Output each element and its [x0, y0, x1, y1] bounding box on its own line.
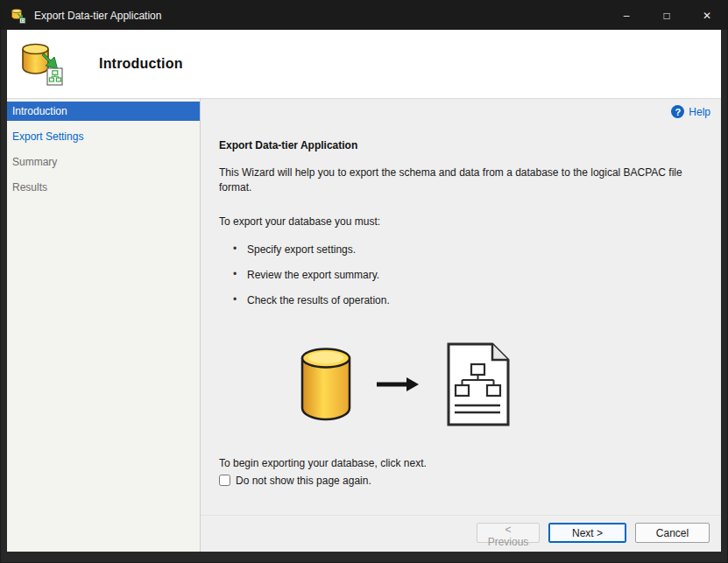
- page-title: Introduction: [99, 56, 183, 72]
- titlebar[interactable]: Export Data-tier Application – □ ✕: [1, 1, 727, 30]
- requirements-intro: To export your database you must:: [219, 215, 721, 228]
- wizard-header: Introduction: [7, 30, 721, 99]
- list-item-text: Specify export settings.: [247, 243, 356, 256]
- dont-show-again-row[interactable]: Do not show this page again.: [219, 475, 721, 487]
- requirements-list: Specify export settings. Review the expo…: [219, 243, 721, 306]
- maximize-button[interactable]: □: [647, 1, 687, 30]
- bacpac-file-icon: [443, 341, 512, 427]
- window-controls: – □ ✕: [606, 1, 727, 30]
- wizard-main: Introduction Export Settings Summary Res…: [7, 99, 721, 552]
- window-title: Export Data-tier Application: [34, 10, 161, 22]
- help-icon: ?: [671, 105, 684, 118]
- sidebar-item-summary: Summary: [7, 152, 200, 172]
- cancel-button[interactable]: Cancel: [635, 523, 710, 543]
- wizard-panel: Introduction Introduction Export Setting…: [7, 30, 721, 552]
- next-button[interactable]: Next >: [548, 523, 626, 543]
- begin-text: To begin exporting your database, click …: [219, 457, 721, 469]
- help-row: ? Help: [201, 99, 721, 120]
- help-label: Help: [689, 106, 710, 118]
- list-item-text: Review the export summary.: [247, 269, 379, 281]
- dont-show-again-label: Do not show this page again.: [236, 475, 371, 487]
- sidebar-item-export-settings[interactable]: Export Settings: [7, 127, 200, 146]
- button-bar: < Previous Next > Cancel: [201, 515, 721, 552]
- list-item: Check the results of operation.: [219, 294, 721, 306]
- export-dac-icon: [20, 41, 66, 87]
- minimize-button[interactable]: –: [606, 1, 647, 30]
- content-body: Export Data-tier Application This Wizard…: [201, 120, 721, 515]
- export-data-tier-wizard-window: Export Data-tier Application – □ ✕: [0, 0, 728, 563]
- list-item: Specify export settings.: [219, 243, 721, 256]
- app-database-export-icon: [11, 8, 26, 24]
- help-link[interactable]: ? Help: [671, 105, 710, 118]
- list-item: Review the export summary.: [219, 269, 721, 281]
- arrow-right-icon: [375, 373, 421, 396]
- close-button[interactable]: ✕: [687, 1, 727, 30]
- content-heading: Export Data-tier Application: [219, 139, 721, 151]
- database-icon: [300, 347, 352, 422]
- list-item-text: Check the results of operation.: [247, 294, 390, 306]
- sidebar-item-introduction[interactable]: Introduction: [7, 102, 200, 121]
- dont-show-again-checkbox[interactable]: [219, 475, 230, 486]
- content-pane: ? Help Export Data-tier Application This…: [200, 99, 721, 552]
- previous-button: < Previous: [477, 523, 540, 543]
- export-illustration: [300, 341, 721, 427]
- wizard-steps-sidebar: Introduction Export Settings Summary Res…: [7, 99, 200, 552]
- wizard-description: This Wizard will help you to export the …: [219, 165, 692, 196]
- sidebar-item-results: Results: [7, 178, 200, 197]
